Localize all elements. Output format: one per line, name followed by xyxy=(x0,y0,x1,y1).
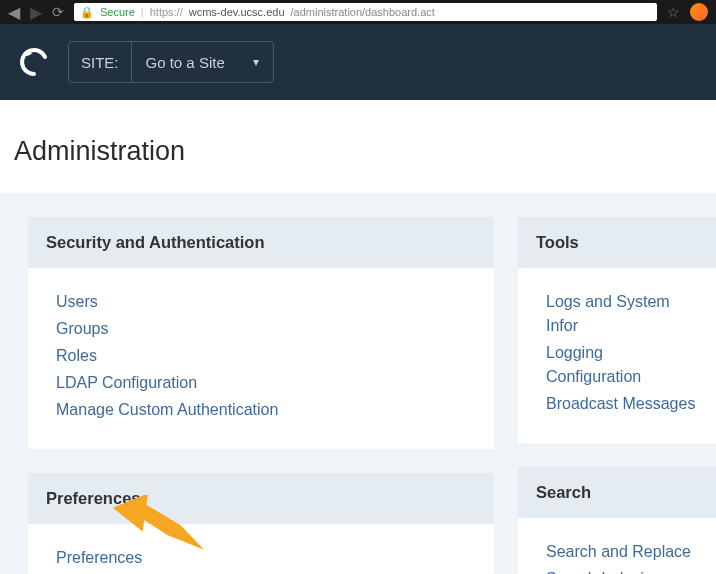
panel-header-search: Search xyxy=(518,467,716,518)
panel-tools: Tools Logs and System Infor Logging Conf… xyxy=(518,217,716,443)
link-roles[interactable]: Roles xyxy=(56,347,97,364)
list-item: Roles xyxy=(56,344,476,368)
link-groups[interactable]: Groups xyxy=(56,320,108,337)
link-broadcast-messages[interactable]: Broadcast Messages xyxy=(546,395,695,412)
list-item: Broadcast Messages xyxy=(546,392,698,416)
panel-header-preferences: Preferences xyxy=(28,473,494,524)
list-item: Logging Configuration xyxy=(546,341,698,389)
list-item: Manage Custom Authentication xyxy=(56,398,476,422)
lock-icon: 🔒 xyxy=(80,6,94,19)
url-domain: wcms-dev.ucsc.edu xyxy=(189,6,285,18)
url-protocol: https:// xyxy=(150,6,183,18)
link-logging-configuration[interactable]: Logging Configuration xyxy=(546,344,641,385)
panel-preferences: Preferences Preferences xyxy=(28,473,494,574)
link-preferences[interactable]: Preferences xyxy=(56,549,142,566)
site-picker-text: Go to a Site xyxy=(146,54,225,71)
secure-label: Secure xyxy=(100,6,135,18)
browser-chrome-bar: ◀ ▶ ⟳ 🔒 Secure | https://wcms-dev.ucsc.e… xyxy=(0,0,716,24)
forward-button[interactable]: ▶ xyxy=(30,3,42,22)
page-title: Administration xyxy=(0,100,716,193)
list-item: Preferences xyxy=(56,546,476,570)
panel-header-tools: Tools xyxy=(518,217,716,268)
link-logs-system-info[interactable]: Logs and System Infor xyxy=(546,293,670,334)
list-item: Search Indexing xyxy=(546,567,698,574)
app-logo-icon[interactable] xyxy=(18,46,50,78)
panel-header-security: Security and Authentication xyxy=(28,217,494,268)
link-users[interactable]: Users xyxy=(56,293,98,310)
separator: | xyxy=(141,6,144,18)
link-search-indexing[interactable]: Search Indexing xyxy=(546,570,662,574)
reload-button[interactable]: ⟳ xyxy=(52,4,64,20)
address-bar[interactable]: 🔒 Secure | https://wcms-dev.ucsc.edu/adm… xyxy=(74,3,657,21)
app-topbar: SITE: Go to a Site ▾ xyxy=(0,24,716,100)
site-picker-value[interactable]: Go to a Site ▾ xyxy=(132,54,273,71)
list-item: Logs and System Infor xyxy=(546,290,698,338)
chevron-down-icon: ▾ xyxy=(253,55,259,69)
panel-security: Security and Authentication Users Groups… xyxy=(28,217,494,449)
profile-avatar[interactable] xyxy=(690,3,708,21)
site-picker-label: SITE: xyxy=(69,54,131,71)
url-path: /administration/dashboard.act xyxy=(291,6,435,18)
link-search-replace[interactable]: Search and Replace xyxy=(546,543,691,560)
list-item: LDAP Configuration xyxy=(56,371,476,395)
list-item: Groups xyxy=(56,317,476,341)
site-picker[interactable]: SITE: Go to a Site ▾ xyxy=(68,41,274,83)
link-manage-custom-authentication[interactable]: Manage Custom Authentication xyxy=(56,401,278,418)
bookmark-icon[interactable]: ☆ xyxy=(667,4,680,20)
content-area: Security and Authentication Users Groups… xyxy=(0,193,716,574)
list-item: Users xyxy=(56,290,476,314)
panel-search: Search Search and Replace Search Indexin… xyxy=(518,467,716,574)
list-item: Search and Replace xyxy=(546,540,698,564)
link-ldap-configuration[interactable]: LDAP Configuration xyxy=(56,374,197,391)
back-button[interactable]: ◀ xyxy=(8,3,20,22)
